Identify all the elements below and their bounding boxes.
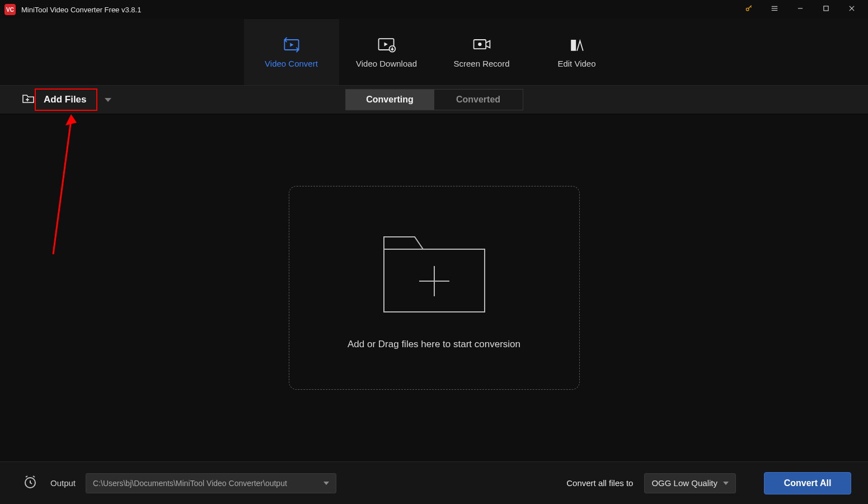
schedule-button[interactable] [22, 475, 38, 491]
minimize-button[interactable] [787, 0, 813, 19]
record-icon [472, 36, 492, 53]
status-tabs: Converting Converted [345, 89, 523, 110]
maximize-icon [822, 4, 830, 15]
minimize-icon [796, 4, 804, 15]
tab-label: Video Convert [265, 59, 318, 68]
clock-icon [23, 475, 37, 492]
convert-icon [281, 36, 302, 53]
footer-bar: Output C:\Users\bj\Documents\MiniTool Vi… [0, 461, 868, 504]
tab-converted[interactable]: Converted [434, 90, 523, 110]
close-icon [848, 4, 856, 15]
svg-rect-5 [824, 6, 828, 11]
svg-marker-11 [384, 42, 387, 46]
annotation-arrow-icon [48, 114, 81, 260]
app-logo-icon: VC [4, 4, 16, 15]
chevron-down-icon [323, 482, 329, 485]
add-files-dropdown[interactable] [105, 98, 111, 102]
hamburger-icon [771, 4, 778, 15]
svg-line-17 [53, 120, 71, 254]
chevron-down-icon [723, 482, 729, 485]
output-format-select[interactable]: OGG Low Quality [644, 473, 736, 493]
close-button[interactable] [839, 0, 865, 19]
convert-all-to-label: Convert all files to [566, 478, 633, 488]
add-files-button[interactable]: Add Files [22, 90, 93, 110]
tab-label: Video Download [356, 59, 417, 68]
convert-all-button[interactable]: Convert All [764, 472, 851, 494]
svg-point-0 [746, 8, 749, 11]
add-files-label: Add Files [44, 94, 87, 105]
tab-converting[interactable]: Converting [346, 90, 434, 110]
maximize-button[interactable] [813, 0, 839, 19]
app-title: MiniTool Video Converter Free v3.8.1 [21, 6, 141, 14]
status-tab-label: Converted [456, 95, 500, 105]
main-content: Add or Drag files here to start conversi… [0, 114, 868, 461]
edit-icon [567, 36, 587, 53]
drop-zone[interactable]: Add or Drag files here to start conversi… [289, 186, 580, 390]
tab-edit-video[interactable]: Edit Video [529, 19, 625, 85]
tab-video-convert[interactable]: Video Convert [244, 19, 339, 85]
tab-label: Edit Video [557, 59, 595, 68]
toolbar: Add Files Converting Converted [0, 85, 868, 114]
output-format-value: OGG Low Quality [651, 478, 717, 488]
output-path-value: C:\Users\bj\Documents\MiniTool Video Con… [93, 479, 287, 488]
menu-button[interactable] [762, 0, 787, 19]
tab-video-download[interactable]: Video Download [339, 19, 434, 85]
tab-label: Screen Record [453, 59, 509, 68]
folder-plus-icon [378, 226, 490, 320]
upgrade-key-button[interactable] [736, 0, 762, 19]
svg-marker-18 [65, 114, 77, 125]
titlebar: VC MiniTool Video Converter Free v3.8.1 [0, 0, 868, 19]
svg-marker-9 [290, 43, 293, 46]
drop-zone-text: Add or Drag files here to start conversi… [348, 339, 520, 350]
output-path-select[interactable]: C:\Users\bj\Documents\MiniTool Video Con… [86, 473, 336, 493]
key-icon [745, 4, 753, 15]
svg-point-14 [478, 42, 481, 45]
status-tab-label: Converting [366, 95, 413, 105]
tab-screen-record[interactable]: Screen Record [434, 19, 529, 85]
download-icon [377, 36, 397, 53]
output-label: Output [50, 478, 76, 488]
main-nav: Video Convert Video Download [0, 19, 868, 85]
add-folder-icon [22, 94, 35, 106]
convert-all-button-label: Convert All [784, 478, 832, 488]
